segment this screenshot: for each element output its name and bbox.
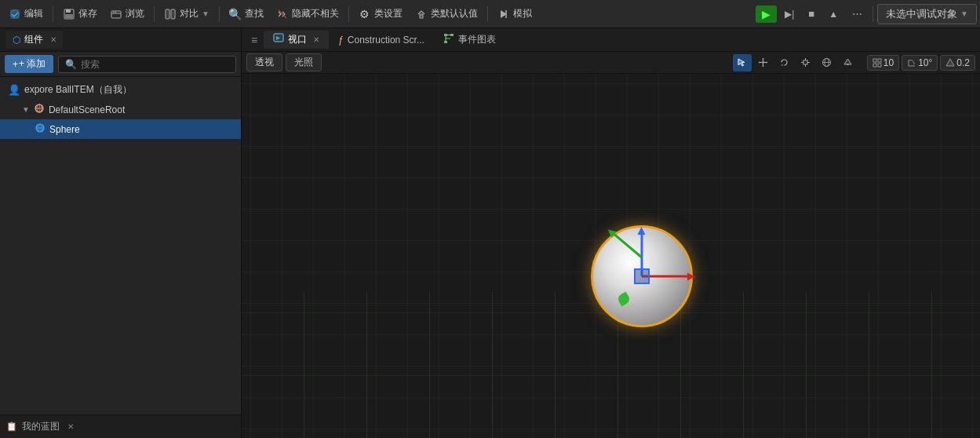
- event-graph-icon: [443, 33, 454, 46]
- sep3: [219, 6, 220, 22]
- find-label: 查找: [245, 7, 264, 20]
- component-tab-close[interactable]: ✕: [50, 35, 56, 44]
- simulate-icon: [497, 8, 510, 20]
- main-area: ⬡ 组件 ✕ + + 添加 🔍 👤 expore BallITEM（自我）: [0, 28, 980, 438]
- search-input[interactable]: [81, 59, 229, 70]
- svg-rect-49: [873, 64, 876, 67]
- simulate-button[interactable]: 模拟: [492, 5, 537, 23]
- bottom-tab-close[interactable]: ✕: [67, 422, 74, 431]
- svg-rect-3: [66, 9, 71, 13]
- viewport-tab-bar: ≡ 视口 ✕ ƒ Construction Scr...: [242, 28, 980, 52]
- sep5: [487, 6, 488, 22]
- viewport-tab-close[interactable]: ✕: [313, 35, 319, 44]
- eject-button[interactable]: ▲: [822, 6, 844, 22]
- debug-object-selector[interactable]: 未选中调试对象 ▼: [877, 4, 977, 24]
- stop-button[interactable]: ■: [802, 5, 821, 22]
- user-icon: 👤: [8, 84, 20, 96]
- construction-script-tab[interactable]: ƒ Construction Scr...: [329, 32, 434, 48]
- viewport-tab[interactable]: 视口 ✕: [264, 31, 329, 49]
- hide-unrelated-button[interactable]: 隐藏不相关: [271, 5, 344, 23]
- viewport-menu-toggle[interactable]: ≡: [245, 31, 264, 49]
- svg-marker-37: [781, 64, 783, 66]
- sphere-item[interactable]: Sphere: [0, 119, 241, 139]
- save-label: 保存: [78, 7, 97, 20]
- scene-root-icon: [34, 103, 45, 116]
- svg-rect-47: [873, 59, 876, 62]
- scale-mode-button[interactable]: [796, 54, 815, 71]
- viewport-inner-bar: 透视 光照: [242, 52, 980, 74]
- root-actor-item[interactable]: 👤 expore BallITEM（自我）: [0, 80, 241, 100]
- scene-tree: 👤 expore BallITEM（自我） ▼ DefaultSceneRoot: [0, 77, 241, 414]
- expand-arrow-icon: ▼: [22, 105, 30, 114]
- eject-icon: ▲: [829, 9, 838, 20]
- perspective-button[interactable]: 透视: [246, 53, 282, 71]
- event-graph-tab[interactable]: 事件图表: [434, 31, 505, 49]
- angle-button[interactable]: 10°: [902, 55, 938, 71]
- edit-label: 编辑: [24, 7, 43, 20]
- sphere-icon: [35, 122, 46, 136]
- svg-point-46: [847, 64, 849, 65]
- component-toolbar: + + 添加 🔍: [0, 52, 241, 77]
- camera-speed-button[interactable]: [839, 54, 858, 71]
- save-button[interactable]: 保存: [57, 5, 103, 23]
- debug-object-label: 未选中调试对象: [886, 7, 957, 21]
- lighting-button[interactable]: 光照: [286, 53, 322, 71]
- component-tab[interactable]: ⬡ 组件 ✕: [6, 31, 63, 49]
- translate-mode-button[interactable]: [754, 54, 773, 71]
- compare-button[interactable]: 对比 ▼: [158, 5, 215, 23]
- edit-icon: [9, 8, 21, 20]
- class-settings-button[interactable]: ⚙ 类设置: [353, 5, 408, 23]
- more-button[interactable]: ⋯: [846, 5, 869, 22]
- svg-rect-48: [878, 59, 881, 62]
- svg-rect-4: [65, 14, 73, 18]
- component-tab-label: 组件: [24, 33, 43, 46]
- scale-value: 0.2: [956, 57, 970, 68]
- bottom-tab-label: 我的蓝图: [22, 420, 60, 433]
- viewport-tab-label: 视口: [288, 33, 307, 46]
- grid-value: 10: [883, 57, 894, 68]
- construction-icon: ƒ: [338, 35, 344, 46]
- sep6: [873, 6, 873, 22]
- component-tab-icon: ⬡: [13, 35, 20, 46]
- stop-icon: ■: [808, 8, 814, 20]
- right-area: ≡ 视口 ✕ ƒ Construction Scr...: [242, 28, 980, 438]
- angle-value: 10°: [918, 57, 932, 68]
- edit-button[interactable]: 编辑: [3, 5, 49, 23]
- svg-marker-33: [763, 58, 764, 60]
- default-value-button[interactable]: 类默认认值: [410, 5, 483, 23]
- default-scene-root-item[interactable]: ▼ DefaultSceneRoot: [0, 100, 241, 119]
- viewport-3d[interactable]: [242, 74, 980, 438]
- gizmo-z-arrow: [612, 232, 643, 258]
- scene-root-label: DefaultSceneRoot: [49, 104, 125, 115]
- class-settings-icon: ⚙: [359, 8, 371, 20]
- compare-label: 对比: [180, 7, 199, 20]
- viewport-right-controls: 10 10° 0.2: [733, 54, 975, 71]
- sep2: [154, 6, 155, 22]
- gizmo-center: [634, 268, 650, 284]
- svg-rect-38: [803, 60, 807, 64]
- left-status-bar: 📋 我的蓝图 ✕: [0, 414, 241, 438]
- find-button[interactable]: 🔍 查找: [224, 5, 269, 23]
- browse-button[interactable]: 浏览: [104, 5, 150, 23]
- scale-button[interactable]: 0.2: [940, 55, 975, 71]
- select-mode-button[interactable]: [733, 54, 752, 71]
- svg-rect-26: [450, 34, 454, 36]
- play-button[interactable]: ▶: [756, 5, 777, 23]
- add-component-button[interactable]: + + 添加: [5, 55, 53, 73]
- grid-button[interactable]: 10: [867, 55, 899, 71]
- search-box[interactable]: 🔍: [58, 56, 236, 73]
- step-button[interactable]: ▶|: [778, 6, 800, 22]
- viewport-icon: [273, 33, 284, 46]
- class-settings-label: 类设置: [374, 7, 403, 20]
- browse-label: 浏览: [126, 7, 144, 20]
- step-icon: ▶|: [785, 9, 794, 20]
- rotate-mode-button[interactable]: [775, 54, 794, 71]
- blueprint-tab-icon: 📋: [6, 422, 17, 432]
- world-local-button[interactable]: [818, 54, 836, 71]
- hide-icon: [276, 8, 289, 20]
- compare-icon: [164, 8, 177, 20]
- save-icon: [63, 8, 75, 20]
- simulate-label: 模拟: [513, 7, 532, 20]
- lighting-label: 光照: [294, 57, 313, 68]
- more-icon: ⋯: [852, 8, 862, 20]
